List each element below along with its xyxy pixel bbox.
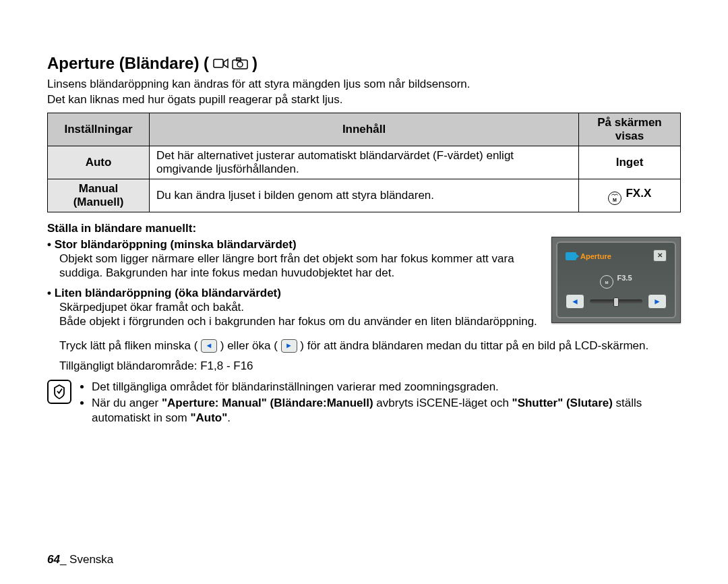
bullet-head: Stor bländaröppning (minska bländarvärde…	[47, 238, 297, 251]
bullet-body: Objekt som ligger närmare eller längre b…	[59, 252, 541, 281]
video-mode-icon	[213, 57, 229, 70]
manual-section-heading: Ställa in bländare manuellt:	[47, 222, 681, 235]
note-block: Det tillgängliga området för bländarinst…	[47, 380, 681, 427]
lcd-value: M F3.5	[557, 274, 675, 287]
table-row: Manual (Manuell) Du kan ändra ljuset i b…	[48, 179, 681, 212]
settings-table: Inställningar Innehåll På skärmen visas …	[47, 113, 681, 212]
note-icon	[47, 380, 71, 404]
manual-icon: M	[600, 275, 613, 289]
list-item: Stor bländaröppning (minska bländarvärde…	[47, 238, 541, 281]
row-auto-name: Auto	[48, 146, 150, 179]
row-auto-desc: Det här alternativet justerar automatisk…	[150, 146, 579, 179]
footer-lang: Svenska	[69, 553, 113, 566]
row-manual-desc: Du kan ändra ljuset i bilden genom att s…	[150, 179, 579, 212]
page-footer: 64_ Svenska	[47, 553, 113, 566]
col-display: På skärmen visas	[579, 113, 681, 146]
row-auto-display: Inget	[579, 146, 681, 179]
title-text: Aperture (Bländare) (	[47, 54, 209, 73]
intro-line-1: Linsens bländaröppning kan ändras för at…	[47, 77, 681, 91]
row-manual-name: Manual (Manuell)	[48, 179, 150, 212]
aperture-slider[interactable]	[590, 299, 642, 303]
increase-button[interactable]: ►	[648, 294, 667, 309]
decrease-tab-icon: ◄	[201, 339, 217, 353]
close-icon[interactable]: ✕	[653, 250, 667, 262]
list-item: Liten bländaröppning (öka bländarvärdet)…	[47, 287, 541, 329]
page-number: 64	[47, 553, 60, 566]
svg-rect-4	[237, 58, 241, 61]
camera-icon	[566, 252, 576, 260]
svg-rect-0	[214, 59, 223, 67]
page-title: Aperture (Bländare) ( )	[47, 54, 681, 73]
tap-instruction: Tryck lätt på fliken minska ( ◄ ) eller …	[47, 339, 681, 353]
col-settings: Inställningar	[48, 113, 150, 146]
lcd-inner: Aperture ✕ M F3.5 ◄ ►	[556, 241, 676, 318]
lcd-value-text: F3.5	[617, 274, 632, 282]
tap-mid: ) eller öka (	[220, 339, 278, 352]
increase-tab-icon: ►	[281, 339, 297, 353]
title-close: )	[252, 54, 257, 73]
svg-text:M: M	[605, 281, 609, 285]
bullet-head: Liten bländaröppning (öka bländarvärdet)	[47, 287, 281, 299]
photo-mode-icon	[232, 57, 248, 70]
aperture-range: Tillgängligt bländarområde: F1,8 - F16	[59, 359, 681, 373]
row-manual-display: M FX.X	[579, 179, 681, 212]
col-contents: Innehåll	[150, 113, 579, 146]
row-manual-display-text: FX.X	[626, 187, 651, 200]
intro-line-2: Det kan liknas med hur ögats pupill reag…	[47, 92, 681, 107]
footer-sep: _	[60, 553, 69, 566]
lcd-controls: ◄ ►	[566, 294, 667, 309]
manual-bullets: Stor bländaröppning (minska bländarvärde…	[47, 238, 541, 329]
svg-point-3	[237, 62, 243, 67]
lcd-titlebar: Aperture ✕	[566, 250, 667, 263]
mode-icons	[213, 57, 248, 70]
lcd-preview: Aperture ✕ M F3.5 ◄ ►	[551, 237, 681, 323]
table-row: Auto Det här alternativet justerar autom…	[48, 146, 681, 179]
decrease-button[interactable]: ◄	[566, 294, 584, 309]
lcd-title: Aperture	[580, 252, 611, 260]
svg-text:M: M	[613, 198, 617, 202]
table-header-row: Inställningar Innehåll På skärmen visas	[48, 113, 681, 146]
manual-icon: M	[608, 192, 621, 205]
tap-pre: Tryck lätt på fliken minska (	[59, 339, 198, 352]
manual-page: Aperture (Bländare) ( ) Linsens bländarö…	[0, 0, 728, 584]
list-item: Tryck lätt på fliken minska ( ◄ ) eller …	[47, 339, 681, 353]
bullet-body: Skärpedjupet ökar framåt och bakåt. Både…	[59, 300, 541, 329]
note-item-1: Det tillgängliga området för bländarinst…	[92, 380, 681, 395]
note-item-2: När du anger "Aperture: Manual" (Bländar…	[92, 396, 681, 426]
tap-post: ) för att ändra bländaren medan du titta…	[300, 339, 648, 352]
svg-marker-1	[224, 59, 228, 67]
note-list: Det tillgängliga området för bländarinst…	[80, 380, 681, 427]
tap-line-body: Tryck lätt på fliken minska ( ◄ ) eller …	[59, 339, 681, 353]
